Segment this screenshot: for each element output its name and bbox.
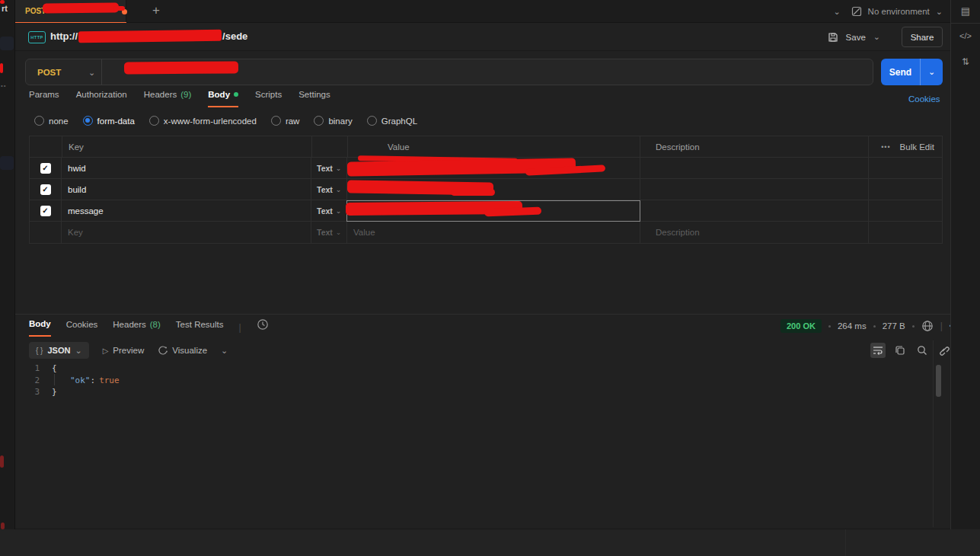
key-cell[interactable]: message [68, 206, 104, 216]
code-line: 1 { [15, 363, 933, 375]
radio-circle [149, 116, 159, 126]
chevron-down-icon[interactable]: ⌄ [221, 347, 228, 355]
header-type-cell [312, 136, 348, 157]
radio-none[interactable]: none [34, 116, 69, 126]
tab-scripts[interactable]: Scripts [255, 90, 282, 106]
radio-raw[interactable]: raw [271, 116, 300, 126]
save-button[interactable]: Save [846, 33, 866, 42]
http-protocol-icon: HTTP [28, 31, 46, 43]
description-cell[interactable] [640, 179, 869, 200]
separator: | [940, 321, 943, 331]
value-type-selector-disabled[interactable]: Text⌄ [311, 222, 347, 243]
viewer-right-divider [933, 340, 934, 527]
redaction-mark [0, 455, 4, 468]
network-globe-icon[interactable] [921, 320, 934, 332]
save-icon[interactable] [828, 32, 838, 43]
redaction-mark [0, 0, 5, 4]
environment-selector[interactable]: No environment ⌄ [851, 6, 943, 17]
redaction-mark [113, 6, 125, 11]
history-icon[interactable] [257, 318, 269, 331]
chevron-down-icon[interactable]: ⌄ [833, 8, 840, 16]
tab-body[interactable]: Body [208, 90, 238, 107]
description-cell[interactable] [640, 200, 869, 221]
response-tab-headers[interactable]: Headers(8) [113, 320, 161, 336]
sync-icon[interactable]: ⇅ [951, 56, 980, 67]
response-tab-body[interactable]: Body [29, 319, 51, 337]
tab-params[interactable]: Params [29, 90, 59, 106]
row-checkbox-checked[interactable]: ✓ [40, 184, 51, 195]
response-tab-test-results[interactable]: Test Results [176, 320, 224, 336]
dot-separator [873, 325, 876, 328]
format-label: JSON [47, 346, 70, 355]
value-type-selector[interactable]: Text⌄ [311, 158, 347, 178]
radio-x-www-form-urlencoded[interactable]: x-www-form-urlencoded [149, 116, 257, 126]
row-checkbox-checked[interactable]: ✓ [40, 206, 51, 216]
field-divider [101, 59, 102, 85]
radio-circle-selected [83, 116, 93, 126]
column-key: Key [62, 136, 312, 157]
response-panel-divider[interactable] [15, 314, 950, 315]
preview-button[interactable]: ▷Preview [103, 346, 145, 355]
format-selector[interactable]: { } JSON ⌄ [29, 342, 89, 359]
scrollbar-thumb[interactable] [936, 365, 941, 397]
send-options-chevron[interactable]: ⌄ [920, 59, 943, 85]
key-cell[interactable]: build [68, 185, 86, 194]
status-badge[interactable]: 200 OK [780, 319, 822, 333]
value-type-selector[interactable]: Text⌄ [311, 200, 347, 221]
response-body-viewer[interactable]: 1 { 2 "ok":true 3 } [15, 363, 933, 398]
column-options-icon[interactable]: ••• [881, 143, 890, 151]
redaction-mark [451, 189, 495, 196]
sidebar-ghost-icon [0, 37, 14, 50]
response-size[interactable]: 277 B [883, 321, 905, 331]
code-snippet-icon[interactable]: </> [951, 31, 980, 40]
response-time[interactable]: 264 ms [838, 321, 867, 331]
wrap-text-icon[interactable] [870, 343, 886, 358]
request-tabs: Params Authorization Headers(9) Body Scr… [29, 90, 330, 110]
method-chevron-icon[interactable]: ⌄ [88, 69, 95, 77]
code-line: 2 "ok":true [15, 375, 933, 387]
environment-quick-look-icon[interactable]: ▤ [951, 5, 980, 17]
value-placeholder[interactable]: Value [353, 228, 375, 237]
tab-authorization[interactable]: Authorization [76, 90, 127, 106]
copy-icon[interactable] [892, 343, 908, 358]
search-icon[interactable] [915, 343, 930, 358]
link-icon[interactable] [937, 343, 952, 358]
description-cell[interactable] [640, 158, 869, 178]
right-sidebar-strip: ▤ </> ⇅ [950, 0, 980, 529]
visualize-button[interactable]: Visualize [158, 346, 207, 356]
radio-binary[interactable]: binary [314, 116, 352, 126]
method-selector[interactable]: POST [37, 68, 61, 77]
key-placeholder[interactable]: Key [68, 228, 83, 237]
dot-separator [828, 325, 831, 328]
radio-form-data[interactable]: form-data [83, 116, 135, 126]
tab-settings[interactable]: Settings [298, 90, 330, 106]
no-environment-icon [851, 6, 862, 17]
value-type-selector[interactable]: Text⌄ [311, 179, 347, 200]
postman-window: rt •• POST + ⌄ No environment ⌄ HTTP htt… [0, 0, 980, 556]
table-row-placeholder: Key Text⌄ Value Description [30, 222, 942, 243]
radio-graphql[interactable]: GraphQL [367, 116, 417, 126]
save-dropdown-chevron-icon[interactable]: ⌄ [873, 33, 880, 41]
response-headers-count: (8) [150, 320, 161, 329]
radio-circle [34, 116, 44, 126]
row-checkbox-checked[interactable]: ✓ [40, 163, 51, 174]
new-tab-button[interactable]: + [152, 3, 160, 18]
redaction-mark [124, 61, 238, 74]
request-url-suffix: /sede [222, 30, 247, 42]
redaction-mark [78, 30, 222, 43]
json-value-token: true [99, 375, 120, 385]
code-line: 3 } [15, 386, 933, 398]
send-button[interactable]: Send [881, 59, 920, 85]
empty-check-cell [30, 222, 62, 243]
tab-headers[interactable]: Headers(9) [144, 90, 192, 106]
json-key-token: "ok" [70, 375, 91, 385]
column-description: Description [640, 136, 869, 157]
bulk-edit-button[interactable]: Bulk Edit [900, 142, 934, 152]
separator: | [238, 322, 241, 333]
description-placeholder[interactable]: Description [656, 228, 700, 237]
cookies-link[interactable]: Cookies [908, 94, 940, 104]
share-button[interactable]: Share [902, 27, 943, 47]
request-title: http:// /sede [50, 30, 247, 42]
response-tab-cookies[interactable]: Cookies [66, 320, 98, 336]
key-cell[interactable]: hwid [68, 164, 86, 173]
